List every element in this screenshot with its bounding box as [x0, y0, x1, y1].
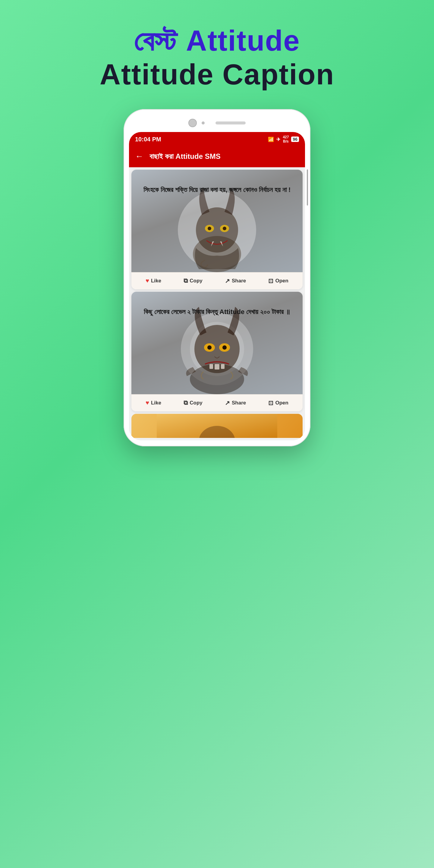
toolbar-title: বাছাই করা Attitude SMS [150, 152, 221, 161]
back-button[interactable]: ← [135, 152, 144, 161]
svg-point-5 [208, 227, 211, 230]
camera-dot-1 [202, 121, 205, 124]
card-1-text: সিংহকে নিজের শক্তি দিয়ে রাজা বলা হয়, জ… [131, 185, 303, 195]
svg-rect-17 [210, 364, 213, 369]
card-1-open-button[interactable]: ⊡ Open [268, 277, 288, 284]
svg-rect-18 [215, 364, 219, 370]
card2-share-icon: ↗ [225, 399, 230, 407]
svg-point-6 [223, 227, 226, 230]
card2-share-label: Share [232, 400, 246, 406]
speed-text: 427B/s [283, 135, 289, 144]
phone-notch [129, 115, 305, 132]
speaker-bar [216, 121, 246, 124]
card-3-partial [131, 414, 303, 438]
card2-like-label: Like [151, 400, 161, 406]
phone-frame: 10:04 PM 📶 ✈ 427B/s 96 ← বাছাই করা Attit… [124, 109, 310, 446]
card2-copy-icon: ⧉ [184, 399, 188, 406]
card-2-share-button[interactable]: ↗ Share [225, 399, 246, 407]
card-1-like-button[interactable]: ♥ Like [146, 277, 161, 284]
content-area: সিংহকে নিজের শক্তি দিয়ে রাজা বলা হয়, জ… [129, 167, 305, 440]
status-icons: 📶 ✈ 427B/s 96 [268, 135, 299, 144]
card-3-bg [131, 414, 303, 438]
card2-copy-label: Copy [190, 400, 203, 406]
card2-open-label: Open [275, 400, 288, 406]
status-bar: 10:04 PM 📶 ✈ 427B/s 96 [129, 132, 305, 147]
card-2-like-button[interactable]: ♥ Like [146, 399, 161, 406]
card-1-actions: ♥ Like ⧉ Copy ↗ Share ⊡ Open [131, 272, 303, 289]
open-label: Open [275, 278, 288, 284]
card-1-share-button[interactable]: ↗ Share [225, 277, 246, 284]
card2-like-icon: ♥ [146, 399, 149, 406]
camera-lens [188, 119, 197, 127]
svg-point-15 [207, 345, 212, 350]
card-2-copy-button[interactable]: ⧉ Copy [184, 399, 203, 406]
like-label: Like [151, 278, 161, 284]
camera-dots [202, 121, 205, 124]
svg-point-16 [222, 345, 227, 350]
card-2: কিছু লোকের লেভেল ২ টাকার কিন্তু Attitude… [131, 292, 303, 411]
scrollbar[interactable] [307, 169, 308, 206]
card2-open-icon: ⊡ [268, 399, 273, 407]
copy-icon: ⧉ [184, 277, 188, 284]
airplane-icon: ✈ [276, 136, 280, 142]
open-icon: ⊡ [268, 277, 273, 284]
svg-rect-19 [221, 364, 224, 369]
app-toolbar: ← বাছাই করা Attitude SMS [129, 147, 305, 167]
page-header: বেস্ট Attitude Attitude Caption [100, 0, 335, 91]
card-2-text: কিছু লোকের লেভেল ২ টাকার কিন্তু Attitude… [131, 307, 303, 317]
status-time: 10:04 PM [135, 136, 161, 143]
share-icon: ↗ [225, 277, 230, 284]
phone-screen: 10:04 PM 📶 ✈ 427B/s 96 ← বাছাই করা Attit… [129, 132, 305, 440]
card-2-image: কিছু লোকের লেভেল ২ টাকার কিন্তু Attitude… [131, 292, 303, 394]
copy-label: Copy [190, 278, 203, 284]
card-2-actions: ♥ Like ⧉ Copy ↗ Share ⊡ Open [131, 394, 303, 411]
card-2-open-button[interactable]: ⊡ Open [268, 399, 288, 407]
page-title-line2: Attitude Caption [100, 58, 335, 91]
card-1-image: সিংহকে নিজের শক্তি দিয়ে রাজা বলা হয়, জ… [131, 170, 303, 272]
like-icon: ♥ [146, 277, 149, 284]
battery-indicator: 96 [291, 136, 299, 142]
card-1: সিংহকে নিজের শক্তি দিয়ে রাজা বলা হয়, জ… [131, 170, 303, 289]
card-1-copy-button[interactable]: ⧉ Copy [184, 277, 203, 284]
share-label: Share [232, 278, 246, 284]
page-title-line1: বেস্ট Attitude [100, 24, 335, 58]
wifi-icon: 📶 [268, 136, 274, 142]
